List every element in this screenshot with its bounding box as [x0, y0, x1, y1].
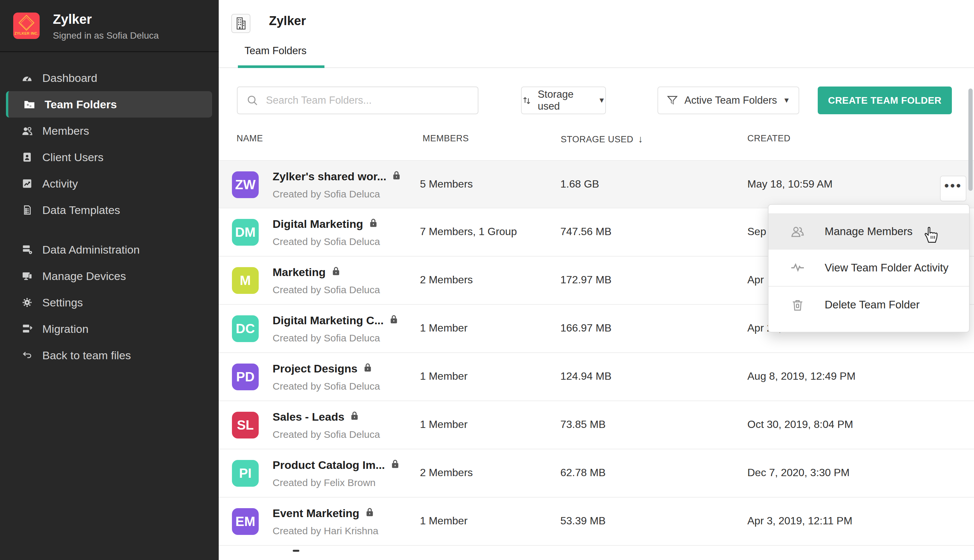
- migration-icon: [20, 322, 34, 335]
- filter-funnel-icon: [667, 95, 678, 106]
- sort-desc-arrow-icon: ↓: [638, 133, 643, 144]
- delete-icon: [789, 297, 806, 312]
- data-administration-icon: [20, 243, 34, 256]
- sidebar-menu: Dashboard Team Folders Members Client Us…: [0, 65, 219, 368]
- menu-item-label: View Team Folder Activity: [825, 262, 949, 274]
- sidebar-org-name: Zylker: [53, 12, 92, 27]
- next-row-sliver: [293, 550, 299, 552]
- table-row[interactable]: SL Sales - Leads Created by Sofia Deluca…: [219, 401, 974, 449]
- folder-name[interactable]: Marketing: [272, 266, 340, 279]
- sidebar-item-data-administration[interactable]: Data Administration: [0, 237, 219, 263]
- lock-icon: [389, 314, 398, 327]
- folder-name[interactable]: Digital Marketing C...: [272, 314, 398, 327]
- folder-name[interactable]: Event Marketing: [272, 507, 374, 520]
- search-box[interactable]: [237, 87, 478, 114]
- table-row[interactable]: EM Event Marketing Created by Hari Krish…: [219, 498, 974, 546]
- folder-storage: 73.85 MB: [560, 418, 606, 430]
- folder-members: 2 Members: [420, 274, 473, 286]
- sidebar-item-label: Activity: [42, 177, 78, 190]
- main-header: Zylker Team Folders: [219, 0, 974, 68]
- members-icon: [20, 124, 34, 137]
- folder-avatar: PI: [232, 460, 259, 487]
- sidebar-item-client-users[interactable]: Client Users: [0, 144, 219, 170]
- back-icon: [20, 349, 34, 362]
- sidebar-item-migration[interactable]: Migration: [0, 316, 219, 342]
- row-actions-button[interactable]: •••: [940, 176, 966, 202]
- sidebar-item-team-folders[interactable]: Team Folders: [6, 91, 212, 118]
- logo-text: ZYLKER INC.: [15, 32, 38, 35]
- folder-subtitle: Created by Sofia Deluca: [272, 188, 380, 200]
- building-icon: [235, 17, 247, 30]
- sidebar-item-back[interactable]: Back to team files: [0, 342, 219, 368]
- menu-item-delete[interactable]: Delete Team Folder: [769, 287, 969, 323]
- sidebar-item-dashboard[interactable]: Dashboard: [0, 65, 219, 91]
- sidebar-item-activity[interactable]: Activity: [0, 170, 219, 197]
- create-team-folder-button[interactable]: CREATE TEAM FOLDER: [818, 87, 952, 114]
- table-row[interactable]: PD Project Designs Created by Sofia Delu…: [219, 353, 974, 401]
- folder-created: Apr: [747, 274, 764, 286]
- search-input[interactable]: [266, 95, 464, 106]
- folder-avatar: DC: [232, 315, 259, 342]
- folder-created: Aug 8, 2019, 12:49 PM: [747, 370, 855, 382]
- manage-members-icon: [789, 223, 806, 239]
- filter-dropdown[interactable]: Active Team Folders ▼: [658, 87, 799, 114]
- table-row[interactable]: ZW Zylker's shared wor... Created by Sof…: [219, 160, 974, 208]
- active-tab-underline: [238, 65, 324, 68]
- table-header: NAMEMEMBERSSTORAGE USED↓CREATED: [219, 133, 974, 148]
- folder-name[interactable]: Zylker's shared wor...: [272, 170, 401, 183]
- folder-created: May 18, 10:59 AM: [747, 178, 833, 190]
- vertical-scrollbar[interactable]: [968, 88, 973, 191]
- folder-name[interactable]: Digital Marketing: [272, 218, 378, 230]
- lock-icon: [363, 362, 372, 375]
- column-header-name[interactable]: NAME: [237, 133, 263, 143]
- folder-subtitle: Created by Felix Brown: [272, 477, 376, 488]
- folder-avatar: EM: [232, 508, 259, 535]
- folder-avatar: SL: [232, 412, 259, 438]
- menu-item-folder-activity[interactable]: View Team Folder Activity: [769, 250, 969, 286]
- column-header-storage-used[interactable]: STORAGE USED↓: [561, 133, 643, 145]
- sidebar-item-settings[interactable]: Settings: [0, 289, 219, 316]
- folder-storage: 172.97 MB: [560, 274, 611, 286]
- tab-team-folders[interactable]: Team Folders: [244, 45, 307, 57]
- sidebar: ZYLKER INC. Zylker Signed in as Sofia De…: [0, 0, 219, 560]
- folder-created: Apr 3, 2019, 12:11 PM: [747, 515, 852, 527]
- lock-icon: [369, 218, 378, 230]
- team-folders-icon: [23, 98, 36, 111]
- sort-dropdown[interactable]: Storage used ▼: [521, 87, 606, 114]
- ellipsis-icon: •••: [944, 182, 962, 189]
- folder-created: Dec 7, 2020, 3:30 PM: [747, 467, 850, 479]
- folder-subtitle: Created by Sofia Deluca: [272, 332, 380, 344]
- settings-icon: [20, 296, 34, 309]
- sidebar-item-label: Settings: [42, 296, 83, 309]
- sidebar-item-data-templates[interactable]: Data Templates: [0, 197, 219, 223]
- folder-avatar: M: [232, 267, 259, 294]
- lock-icon: [392, 170, 401, 183]
- folder-name[interactable]: Project Designs: [272, 362, 372, 375]
- folder-subtitle: Created by Sofia Deluca: [272, 381, 380, 392]
- manage-devices-icon: [20, 270, 34, 283]
- folder-name[interactable]: Sales - Leads: [272, 410, 359, 423]
- main-content: Zylker Team Folders Storage used ▼: [219, 0, 974, 560]
- hand-cursor: [922, 225, 940, 244]
- data-templates-icon: [20, 203, 34, 217]
- folder-name[interactable]: Product Catalog Im...: [272, 458, 399, 472]
- sidebar-header: ZYLKER INC. Zylker Signed in as Sofia De…: [0, 0, 219, 52]
- sort-dropdown-label: Storage used: [538, 88, 592, 112]
- sidebar-item-label: Migration: [42, 323, 89, 335]
- sidebar-item-label: Back to team files: [42, 349, 131, 362]
- sidebar-item-members[interactable]: Members: [0, 118, 219, 144]
- folder-subtitle: Created by Sofia Deluca: [272, 236, 380, 247]
- org-avatar: [231, 14, 251, 33]
- sidebar-item-manage-devices[interactable]: Manage Devices: [0, 263, 219, 289]
- table-row[interactable]: PI Product Catalog Im... Created by Feli…: [219, 449, 974, 498]
- sidebar-item-label: Members: [42, 125, 89, 137]
- column-header-created[interactable]: CREATED: [747, 133, 791, 143]
- lock-icon: [391, 458, 399, 472]
- folder-storage: 166.97 MB: [560, 322, 611, 334]
- column-header-members[interactable]: MEMBERS: [423, 133, 469, 143]
- folder-members: 7 Members, 1 Group: [420, 225, 517, 238]
- lock-icon: [366, 507, 374, 520]
- chevron-down-icon: ▼: [783, 96, 790, 105]
- dashboard-icon: [20, 71, 34, 85]
- lock-icon: [350, 410, 359, 423]
